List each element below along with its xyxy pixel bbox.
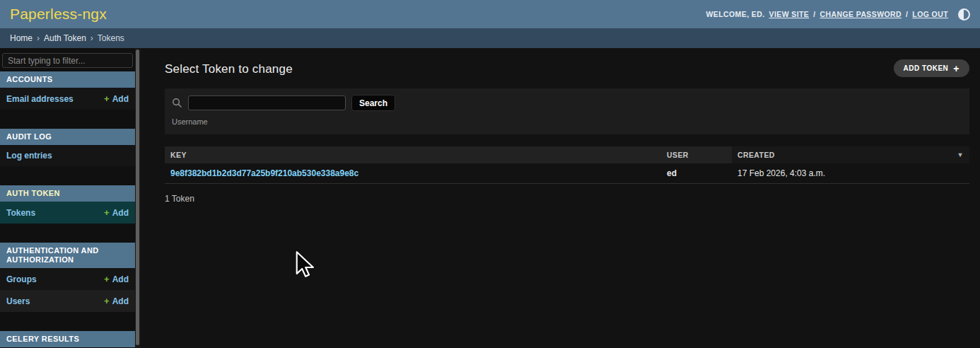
token-table: KEY USER CREATED ▾ 9e8f382bd1b2d3d77a25b…: [165, 146, 969, 204]
sidebar-item-users[interactable]: Users +Add: [0, 290, 135, 312]
column-header-key[interactable]: KEY: [165, 146, 661, 163]
sidebar-section-auth-and-authz: AUTHENTICATION AND AUTHORIZATION Groups …: [0, 243, 135, 312]
token-key-link[interactable]: 9e8f382bd1b2d3d77a25b9f210ab530e338a9e8c: [170, 168, 358, 178]
add-token-button[interactable]: ADD TOKEN+: [894, 59, 969, 77]
breadcrumb-home[interactable]: Home: [10, 33, 33, 43]
breadcrumb-auth-token[interactable]: Auth Token: [44, 33, 86, 43]
sidebar-item-tokens[interactable]: Tokens +Add: [0, 202, 135, 224]
section-title[interactable]: ACCOUNTS: [0, 71, 135, 88]
welcome-text: WELCOME, ED.: [706, 10, 765, 18]
app-title: Paperless-ngx: [10, 6, 107, 23]
theme-toggle-icon[interactable]: [958, 8, 970, 21]
change-password-link[interactable]: CHANGE PASSWORD: [820, 10, 902, 18]
add-token-link[interactable]: +Add: [104, 207, 129, 218]
add-icon: +: [104, 207, 110, 218]
logout-link[interactable]: LOG OUT: [912, 10, 948, 18]
section-title[interactable]: AUDIT LOG: [0, 129, 135, 145]
table-row: 9e8f382bd1b2d3d77a25b9f210ab530e338a9e8c…: [165, 163, 969, 184]
sidebar-scrollbar-thumb[interactable]: [136, 50, 139, 345]
add-icon: +: [104, 274, 110, 284]
token-created-cell: 17 Feb 2026, 4:03 a.m.: [732, 163, 969, 183]
sidebar-scrollbar[interactable]: [135, 48, 141, 348]
result-count: 1 Token: [165, 184, 969, 204]
top-header: Paperless-ngx WELCOME, ED. VIEW SITE / C…: [0, 0, 980, 28]
breadcrumb-separator: ›: [91, 33, 93, 43]
add-email-address-link[interactable]: +Add: [104, 93, 129, 104]
model-link[interactable]: Users: [6, 296, 30, 306]
view-site-link[interactable]: VIEW SITE: [769, 10, 810, 18]
search-module: Search Username: [165, 88, 969, 134]
section-title[interactable]: AUTH TOKEN: [0, 185, 135, 202]
model-link[interactable]: Groups: [6, 274, 37, 284]
add-icon: +: [104, 93, 110, 104]
separator: /: [813, 10, 815, 18]
sidebar-section-audit-log: AUDIT LOG Log entries: [0, 129, 135, 166]
table-header-row: KEY USER CREATED ▾: [165, 146, 969, 163]
section-title[interactable]: AUTHENTICATION AND AUTHORIZATION: [0, 243, 135, 268]
section-title[interactable]: CELERY RESULTS: [0, 331, 135, 347]
object-tools: ADD TOKEN+: [894, 59, 969, 77]
breadcrumb-separator: ›: [37, 33, 40, 43]
main-content: ADD TOKEN+ Select Token to change Search…: [141, 48, 980, 348]
sort-descending-icon[interactable]: ▾: [959, 151, 962, 158]
sidebar-section-celery-results: CELERY RESULTS: [0, 331, 135, 347]
user-tools: WELCOME, ED. VIEW SITE / CHANGE PASSWORD…: [706, 8, 970, 21]
token-user-cell: ed: [661, 163, 732, 183]
sidebar-item-groups[interactable]: Groups +Add: [0, 268, 135, 290]
page-title: Select Token to change: [165, 62, 969, 76]
search-field-hint: Username: [172, 117, 962, 126]
model-link[interactable]: Email addresses: [6, 94, 74, 104]
model-link[interactable]: Log entries: [6, 151, 52, 161]
sidebar-filter-input[interactable]: [2, 53, 133, 68]
search-icon: [172, 98, 182, 108]
add-group-link[interactable]: +Add: [104, 274, 129, 284]
separator: /: [906, 10, 908, 18]
column-header-user[interactable]: USER: [661, 146, 732, 163]
sidebar-section-auth-token: AUTH TOKEN Tokens +Add: [0, 185, 135, 224]
search-input[interactable]: [188, 95, 346, 110]
sidebar-nav: ACCOUNTS Email addresses +Add AUDIT LOG …: [0, 48, 135, 348]
token-key-cell: 9e8f382bd1b2d3d77a25b9f210ab530e338a9e8c: [165, 163, 661, 183]
sidebar-item-email-addresses[interactable]: Email addresses +Add: [0, 88, 135, 110]
search-button[interactable]: Search: [351, 95, 395, 111]
add-icon: +: [104, 296, 110, 306]
model-link[interactable]: Tokens: [6, 208, 35, 218]
breadcrumb: Home › Auth Token › Tokens: [0, 28, 980, 48]
sidebar-section-accounts: ACCOUNTS Email addresses +Add: [0, 71, 135, 110]
breadcrumb-current: Tokens: [98, 33, 124, 43]
column-header-created[interactable]: CREATED ▾: [732, 146, 969, 163]
plus-icon: +: [953, 65, 959, 72]
sidebar-item-log-entries[interactable]: Log entries: [0, 145, 135, 166]
add-user-link[interactable]: +Add: [104, 296, 129, 306]
